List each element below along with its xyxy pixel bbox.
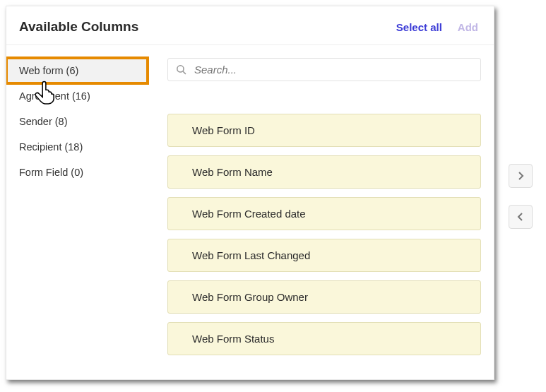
category-recipient[interactable]: Recipient (18): [6, 134, 148, 160]
svg-point-0: [177, 66, 184, 72]
chevron-right-icon: [517, 171, 524, 181]
category-agreement[interactable]: Agreement (16): [6, 83, 148, 109]
panel-body: Web form (6) Agreement (16) Sender (8) R…: [6, 45, 494, 379]
available-columns-panel: Available Columns Select all Add Web for…: [6, 6, 494, 380]
columns-content: Web Form ID Web Form Name Web Form Creat…: [148, 45, 494, 379]
move-left-button[interactable]: [509, 205, 533, 229]
add-button[interactable]: Add: [458, 21, 478, 33]
column-item[interactable]: Web Form Status: [167, 322, 481, 355]
move-right-button[interactable]: [509, 164, 533, 188]
search-icon: [175, 64, 187, 76]
category-form-field[interactable]: Form Field (0): [6, 160, 148, 185]
panel-header: Available Columns Select all Add: [6, 6, 494, 45]
category-sidebar: Web form (6) Agreement (16) Sender (8) R…: [6, 45, 148, 379]
column-list: Web Form ID Web Form Name Web Form Creat…: [167, 114, 481, 355]
search-input[interactable]: [194, 64, 473, 76]
column-item[interactable]: Web Form Name: [167, 155, 481, 189]
column-item[interactable]: Web Form ID: [167, 114, 481, 147]
column-item[interactable]: Web Form Last Changed: [167, 239, 481, 272]
column-item[interactable]: Web Form Created date: [167, 197, 481, 230]
select-all-button[interactable]: Select all: [396, 21, 442, 33]
panel-title: Available Columns: [19, 19, 381, 35]
column-item[interactable]: Web Form Group Owner: [167, 280, 481, 314]
category-web-form[interactable]: Web form (6): [6, 58, 148, 83]
chevron-left-icon: [517, 212, 524, 222]
svg-line-1: [183, 71, 186, 74]
search-box[interactable]: [167, 58, 481, 81]
category-sender[interactable]: Sender (8): [6, 109, 148, 134]
